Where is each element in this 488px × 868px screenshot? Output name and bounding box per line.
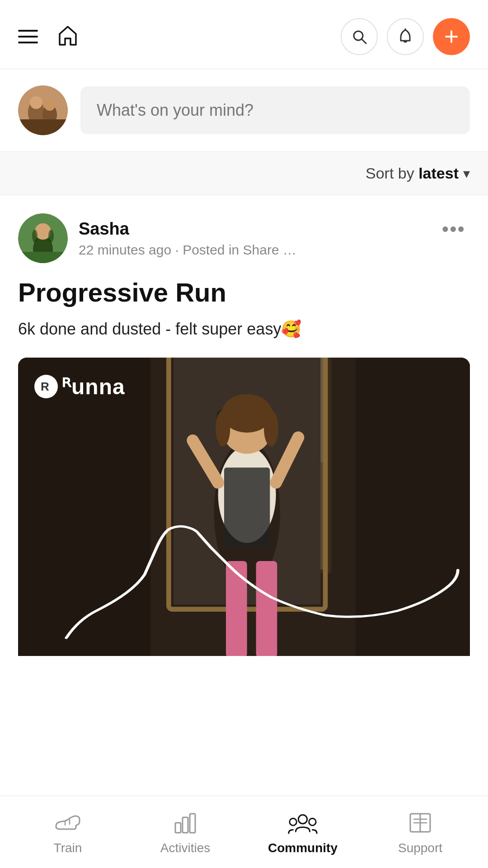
nav-label-activities: Activities xyxy=(160,841,210,855)
svg-point-33 xyxy=(216,410,230,446)
user-avatar xyxy=(18,85,68,135)
svg-point-43 xyxy=(298,815,307,823)
nav-item-community[interactable]: Community xyxy=(244,802,361,863)
nav-label-train: Train xyxy=(54,841,82,855)
support-icon xyxy=(404,809,436,836)
header-left xyxy=(18,24,80,49)
more-options-button[interactable]: ••• xyxy=(437,213,470,245)
svg-point-7 xyxy=(30,96,42,109)
post-author-avatar xyxy=(18,213,68,263)
svg-line-1 xyxy=(361,39,366,43)
post-body: 6k done and dusted - felt super easy🥰 xyxy=(18,317,470,341)
svg-point-44 xyxy=(290,818,297,826)
svg-point-15 xyxy=(48,230,54,242)
runna-logo: R ᴿunna xyxy=(34,374,125,399)
post-header: Sasha 22 minutes ago · Posted in Share …… xyxy=(18,213,470,263)
sort-bar: Sort by latest ▾ xyxy=(0,152,488,195)
svg-rect-19 xyxy=(356,358,470,656)
svg-rect-37 xyxy=(224,467,270,546)
community-icon xyxy=(287,809,319,836)
svg-point-14 xyxy=(32,230,38,242)
nav-label-community: Community xyxy=(268,841,338,855)
post-meta: Sasha 22 minutes ago · Posted in Share … xyxy=(79,219,296,258)
svg-rect-35 xyxy=(226,561,247,656)
nav-item-support[interactable]: Support xyxy=(361,802,479,863)
post-input-area xyxy=(0,69,488,152)
nav-item-train[interactable]: Train xyxy=(9,802,127,863)
svg-point-34 xyxy=(264,410,278,446)
svg-rect-16 xyxy=(18,252,68,263)
activities-icon xyxy=(169,809,201,836)
svg-rect-41 xyxy=(183,817,188,833)
svg-rect-40 xyxy=(175,823,181,833)
home-button[interactable] xyxy=(56,24,80,49)
app-header xyxy=(0,0,488,69)
train-icon xyxy=(52,809,84,836)
nav-item-activities[interactable]: Activities xyxy=(127,802,244,863)
bottom-nav: Train Activities Communit xyxy=(0,796,488,868)
header-right xyxy=(341,18,470,55)
svg-point-9 xyxy=(44,100,55,111)
post-time: 22 minutes ago · Posted in Share … xyxy=(79,242,296,258)
menu-button[interactable] xyxy=(18,30,38,43)
svg-rect-10 xyxy=(18,119,68,135)
sort-value: latest xyxy=(418,165,459,182)
post-input[interactable] xyxy=(80,86,470,134)
search-button[interactable] xyxy=(341,18,378,55)
post-title: Progressive Run xyxy=(18,278,470,308)
post-image: R ᴿunna xyxy=(18,358,470,656)
svg-text:R: R xyxy=(41,380,50,393)
add-button[interactable] xyxy=(433,18,470,55)
svg-rect-18 xyxy=(18,358,150,656)
sort-chevron-icon[interactable]: ▾ xyxy=(463,165,470,181)
post-card: Sasha 22 minutes ago · Posted in Share …… xyxy=(0,195,488,656)
svg-point-45 xyxy=(309,818,316,826)
nav-label-support: Support xyxy=(398,841,442,855)
svg-rect-42 xyxy=(190,814,195,833)
notification-button[interactable] xyxy=(387,18,424,55)
post-author-name: Sasha xyxy=(79,219,296,239)
svg-rect-36 xyxy=(256,561,277,656)
post-author-info: Sasha 22 minutes ago · Posted in Share … xyxy=(18,213,296,263)
sort-label: Sort by latest xyxy=(366,165,459,182)
